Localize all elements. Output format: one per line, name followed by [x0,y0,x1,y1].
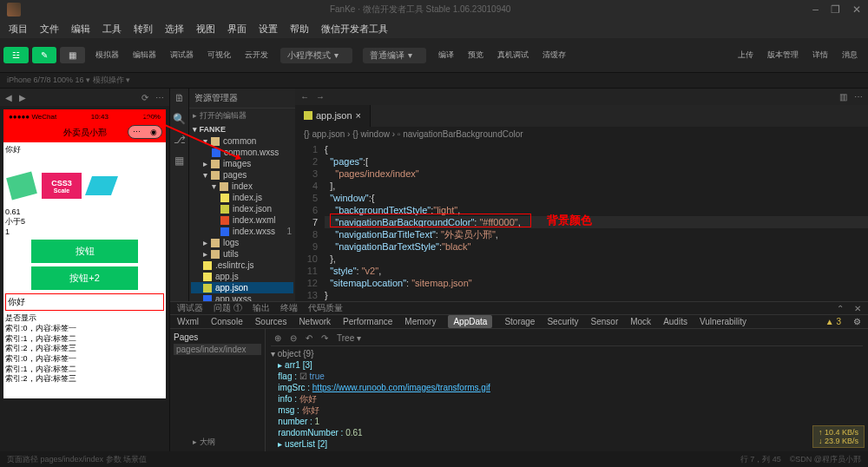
dt-problems[interactable]: 问题 ① [214,302,242,314]
obj-imgsrc[interactable]: imgSrc : https://www.runoob.com/images/t… [271,382,863,393]
sim-input[interactable]: 你好 [5,293,164,311]
folder-logs[interactable]: ▸logs [191,237,293,248]
message-button[interactable]: 消息 [835,48,865,62]
dt-terminal[interactable]: 终端 [280,302,298,314]
dt-debugger[interactable]: 调试器 [177,302,203,314]
tab-app-json[interactable]: app.json × [295,105,371,127]
file-app-js[interactable]: app.js [191,271,293,282]
fwd-nav-icon[interactable]: → [316,92,325,102]
folder-common[interactable]: ▾common [191,135,293,147]
obj-arr1[interactable]: ▸ arr1 [3] [271,359,863,371]
dt-tab-sources[interactable]: Sources [255,317,287,326]
toolbar-simulator-label[interactable]: 模拟器 [89,48,126,62]
back-icon[interactable]: ◀ [5,93,12,102]
file-index-wxss[interactable]: index.wxss1 [191,226,293,237]
forward-icon[interactable]: ▶ [19,93,26,102]
dt-tab-memory[interactable]: Memory [404,317,436,326]
dt-tab-security[interactable]: Security [547,317,578,326]
toolbar-cloud-label[interactable]: 云开发 [238,48,275,62]
toolbar-debugger-label[interactable]: 调试器 [163,48,201,62]
obj-random[interactable]: randomNumber : 0.61 [271,427,863,438]
file-app-json[interactable]: app.json [191,282,293,293]
breadcrumb[interactable]: {} app.json › {} window › ▫ navigationBa… [295,127,868,141]
device-select[interactable]: iPhone 6/7/8 100% 16 ▾ 模拟操作 ▾ [7,75,130,86]
maximize-button[interactable]: ❐ [831,3,840,16]
dt-tab-performance[interactable]: Performance [343,317,392,326]
close-button[interactable]: ✕ [852,3,861,16]
dt-collapse-icon[interactable]: ⌃ [837,304,844,313]
more-editor-icon[interactable]: ⋯ [854,92,863,102]
file-eslintrc[interactable]: .eslintrc.js [191,260,293,271]
back-nav-icon[interactable]: ← [300,92,309,102]
dt-quality[interactable]: 代码质量 [308,302,343,314]
file-index-js[interactable]: index.js [191,192,293,203]
sim-button-2[interactable]: 按钮+2 [31,266,138,290]
mode-select[interactable]: 小程序模式 ▾ [280,48,352,63]
toolbar-editor-button[interactable]: ✎ [32,47,56,63]
tree-select[interactable]: Tree ▾ [337,333,361,343]
dt-tab-vuln[interactable]: Vulnerability [700,317,746,326]
dt-tab-appdata[interactable]: AppData [448,315,492,328]
close-tab-icon[interactable]: × [356,110,361,121]
menu-view[interactable]: 视图 [191,21,220,37]
outline-section[interactable]: ▸ 大纲 [189,435,219,450]
menu-edit[interactable]: 编辑 [66,21,95,37]
collapse-icon[interactable]: ⊖ [290,333,297,343]
ext-icon[interactable]: ▦ [174,155,184,167]
simulator-screen[interactable]: ●●●●● WeChat 10:43 100% 外卖员小邢 ⋯◉ 你好 CSS3… [3,109,166,398]
minimize-button[interactable]: – [812,3,819,16]
dt-tab-audits[interactable]: Audits [663,317,687,326]
dt-tab-sensor[interactable]: Sensor [591,317,619,326]
page-path-item[interactable]: pages/index/index [174,344,261,355]
obj-number[interactable]: number : 1 [271,416,863,427]
sim-button-1[interactable]: 按钮 [31,240,138,263]
upload-button[interactable]: 上传 [731,48,760,62]
folder-utils[interactable]: ▸utils [191,248,293,260]
project-root[interactable]: ▾ FANKE [189,123,295,135]
clear-cache-button[interactable]: 清缓存 [536,48,573,62]
details-button[interactable]: 详情 [806,48,835,62]
compile-select[interactable]: 普通编译 ▾ [363,48,426,63]
dt-output[interactable]: 输出 [253,302,270,314]
menu-help[interactable]: 帮助 [285,21,314,37]
menu-settings[interactable]: 设置 [253,21,283,37]
file-index-wxml[interactable]: index.wxml [191,214,293,226]
dt-warning-badge[interactable]: ▲ 3 [825,317,841,326]
menu-select[interactable]: 选择 [160,21,189,37]
compile-button[interactable]: 编译 [431,48,461,62]
capsule-menu[interactable]: ⋯◉ [128,125,162,139]
preview-button[interactable]: 预览 [461,48,490,62]
dt-tab-mock[interactable]: Mock [630,317,651,326]
file-index-json[interactable]: index.json [191,203,293,214]
obj-userlist[interactable]: ▸ userList [2] [271,438,863,450]
search-icon[interactable]: 🔍 [173,113,186,125]
dt-close-icon[interactable]: ✕ [854,304,861,313]
dt-tab-console[interactable]: Console [211,317,243,326]
toolbar-simulator-button[interactable]: ☳ [3,47,29,63]
gear-icon[interactable]: ⚙ [853,317,861,326]
git-icon[interactable]: ⎇ [174,134,186,146]
obj-flag[interactable]: flag : ☑ true [271,371,863,382]
menu-file[interactable]: 文件 [35,21,64,37]
folder-pages[interactable]: ▾pages [191,169,293,181]
folder-images[interactable]: ▸images [191,158,293,169]
split-icon[interactable]: ▥ [839,92,847,102]
dt-tab-wxml[interactable]: Wxml [177,317,199,326]
refresh-icon[interactable]: ⟳ [141,93,148,102]
toolbar-editor-label[interactable]: 编辑器 [126,48,163,62]
open-editors-section[interactable]: ▸ 打开的编辑器 [189,109,295,123]
menu-go[interactable]: 转到 [128,21,158,37]
folder-index[interactable]: ▾index [191,181,293,192]
version-button[interactable]: 版本管理 [760,48,806,62]
obj-root[interactable]: ▾ object {9} [271,348,863,359]
menu-devtools[interactable]: 微信开发者工具 [316,21,393,37]
obj-msg[interactable]: msg : 你好 [271,405,863,416]
more-icon[interactable]: ⋯ [155,93,164,102]
menu-ui[interactable]: 界面 [222,21,252,37]
dt-tab-network[interactable]: Network [299,317,331,326]
toolbar-visual-label[interactable]: 可视化 [201,48,238,62]
remote-debug-button[interactable]: 真机调试 [490,48,536,62]
obj-info[interactable]: info : 你好 [271,393,863,405]
expand-icon[interactable]: ⊕ [274,333,281,343]
undo-icon[interactable]: ↶ [306,333,312,343]
